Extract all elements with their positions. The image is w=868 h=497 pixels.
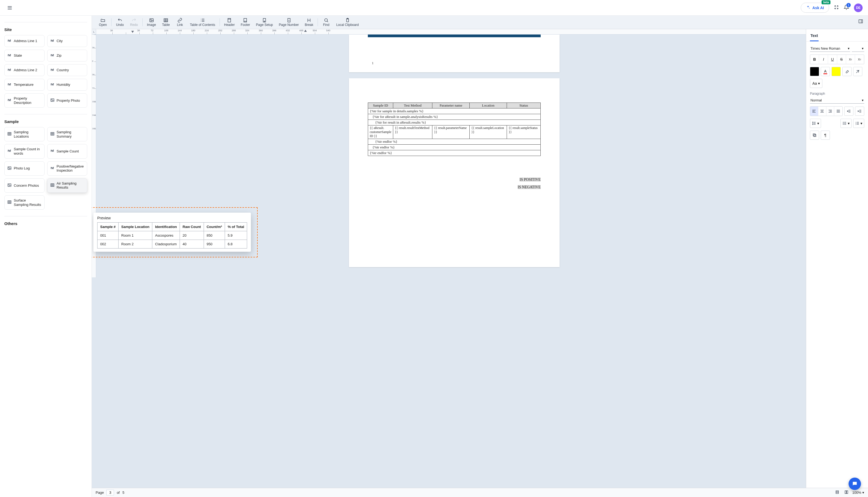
field-chip[interactable]: TTProperty Description [4,93,44,108]
highlight-swatch[interactable] [831,67,841,76]
template-table[interactable]: Sample IDTest MethodParameter nameLocati… [368,102,541,156]
field-chip[interactable]: Property Photo [47,93,87,108]
find-button[interactable]: Find [320,17,332,28]
paragraph-style-select[interactable]: Normal ▾ [810,97,864,104]
chevron-down-icon: ▾ [817,121,819,126]
preview-table: Sample #Sample LocationIdentificationRaw… [97,222,247,248]
text-color-button[interactable]: A [821,67,830,76]
break-icon [306,18,312,23]
field-chip[interactable]: Surface Sampling Results [4,195,44,210]
field-chip[interactable]: Photo Log [4,161,44,176]
footer-button[interactable]: Footer [239,17,252,28]
image-icon [7,183,12,188]
line-spacing-button[interactable]: ▾ [810,119,821,128]
font-family-select[interactable]: Times New Roman ▾ [810,45,850,52]
break-button[interactable]: Break [303,17,315,28]
open-button[interactable]: Open [97,17,109,28]
view-mode-1-button[interactable] [834,489,840,496]
clear-format-button[interactable] [853,67,862,76]
avatar[interactable]: DE [854,3,863,12]
field-chip[interactable]: TTCountry [47,64,87,76]
align-center-button[interactable] [818,106,826,116]
copy-style-button[interactable] [810,131,819,140]
table-button[interactable]: Table [160,17,171,28]
field-chip[interactable]: TTAddress Line 1 [4,35,44,47]
field-chip[interactable]: TTAddress Line 2 [4,64,44,76]
field-chip[interactable]: TTZip [47,49,87,61]
bold-button[interactable]: B [810,55,819,64]
subscript-button[interactable]: X2 [855,55,864,64]
italic-button[interactable]: I [819,55,828,64]
notification-count: 1 [846,3,851,7]
superscript-button[interactable]: X2 [846,55,855,64]
page-setup-button[interactable]: Page Setup [254,17,275,28]
align-right-button[interactable] [826,106,835,116]
image-icon [50,98,55,103]
negative-text: IS NEGATIVE [518,185,541,189]
panel-toggle-button[interactable] [856,17,865,28]
header-button[interactable]: Header [222,17,236,28]
text-case-button[interactable]: Aa ▾ [810,79,822,88]
text-icon: TT [7,98,12,103]
svg-text:T: T [51,150,53,153]
svg-text:T: T [10,70,11,71]
ask-ai-button[interactable]: Ask AI beta [801,3,829,13]
field-chip[interactable]: TTSample Count [47,144,87,158]
svg-text:T: T [51,69,53,71]
field-chip[interactable]: Air Sampling Results [47,178,87,193]
indent-button[interactable] [855,106,864,116]
fullscreen-icon[interactable] [834,5,839,11]
local-clipboard-button[interactable]: Local Clipboard [335,17,360,28]
numbered-list-button[interactable]: 123 ▾ [853,119,864,128]
svg-line-70 [327,21,328,22]
horizontal-ruler[interactable]: 3636721081441802162522883243603964324685… [96,29,806,34]
document-canvas[interactable]: L 36367210814418021625228832436039643246… [92,29,806,488]
page-label: Page [96,491,104,495]
current-page-input[interactable] [106,490,114,495]
font-size-select[interactable]: ▾ [852,45,864,52]
strike-button[interactable]: S [837,55,846,64]
align-justify-button[interactable] [834,106,842,116]
highlight-button[interactable] [842,67,852,76]
page-number-button[interactable]: # Page Number [277,17,301,28]
link-button[interactable]: Link [174,17,185,28]
menu-hamburger[interactable] [5,3,14,12]
chip-label: Positive/Negative Inspection [57,164,84,173]
field-chip[interactable]: TTTemperature [4,79,44,91]
field-chip[interactable]: Sampling Summary [47,127,87,141]
page[interactable]: Sample IDTest MethodParameter nameLocati… [349,78,560,267]
chip-label: Surface Sampling Results [14,198,42,207]
svg-point-50 [150,19,151,20]
image-button[interactable]: Image [145,17,157,28]
text-properties-panel: Text Times New Roman ▾ ▾ [806,29,868,488]
chat-bubble-button[interactable] [849,478,861,490]
field-chip[interactable]: Sampling Locations [4,127,44,141]
tab-text[interactable]: Text [810,32,818,41]
view-mode-2-button[interactable] [843,489,850,496]
redo-button[interactable]: Redo [128,17,140,28]
undo-button[interactable]: Undo [114,17,126,28]
chevron-down-icon: ▾ [862,98,864,102]
field-chip[interactable]: TTState [4,49,44,61]
svg-text:T: T [9,150,10,153]
field-chip[interactable]: TTSample Count in words [4,144,44,158]
notifications-button[interactable]: 1 [844,4,849,11]
page-setup-icon [262,18,267,23]
redo-icon [132,18,136,23]
field-chip[interactable]: TTPositive/Negative Inspection [47,161,87,176]
field-chip[interactable]: TTHumidity [47,79,87,91]
align-left-button[interactable] [810,106,818,116]
show-formatting-button[interactable]: ¶ [821,131,830,140]
zoom-control[interactable]: 100% ▾ [852,491,864,495]
field-chip[interactable]: TTCity [47,35,87,47]
text-color-swatch[interactable] [810,67,819,76]
field-chip[interactable]: Concern Photos [4,178,44,193]
bullet-list-button[interactable]: ▾ [840,119,852,128]
outdent-button[interactable] [844,106,853,116]
svg-text:T: T [9,55,10,57]
toc-button[interactable]: Table of Contents [188,17,217,28]
clipboard-icon [345,18,350,23]
ask-ai-label: Ask AI [812,6,824,10]
underline-button[interactable]: U [828,55,837,64]
chip-label: Property Description [14,96,42,105]
